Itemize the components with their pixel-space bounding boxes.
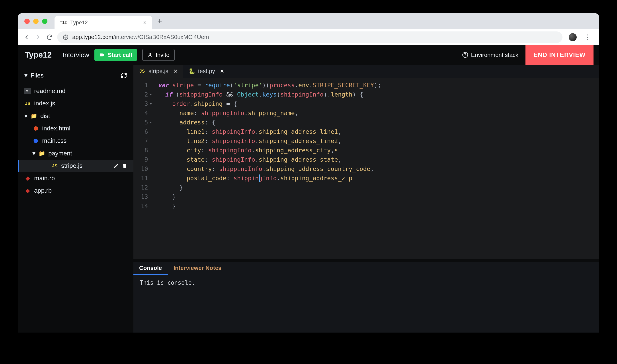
start-call-label: Start call xyxy=(108,52,132,58)
console-output: This is console. xyxy=(133,275,599,333)
file-tree-item[interactable]: JSstripe.js xyxy=(18,160,133,172)
help-icon xyxy=(462,52,468,58)
bottom-tab[interactable]: Interviewer Notes xyxy=(168,262,227,275)
bottom-tabs: ConsoleInterviewer Notes xyxy=(133,262,599,275)
minimize-window-button[interactable] xyxy=(33,19,39,24)
file-tree-item[interactable]: M↓readme.md xyxy=(18,85,133,97)
code-line: } xyxy=(158,201,599,211)
line-number: 10 xyxy=(133,164,148,174)
file-name: stripe.js xyxy=(61,162,82,169)
svg-point-2 xyxy=(149,53,151,55)
invite-button[interactable]: Invite xyxy=(142,49,175,61)
page-title: Interview xyxy=(63,51,89,59)
code-line: } xyxy=(158,192,599,201)
close-tab-icon[interactable]: × xyxy=(143,19,147,26)
tab-title: Type12 xyxy=(70,19,88,26)
environment-stack-button[interactable]: Environment stack xyxy=(462,52,518,58)
files-title: Files xyxy=(31,72,44,79)
editor-tab-label: stripe.js xyxy=(149,68,168,75)
file-tree: M↓readme.mdJSindex.js▾ 📁dist⬢index.html⬣… xyxy=(18,82,133,200)
file-name: main.rb xyxy=(34,175,55,182)
chevron-down-icon: ▾ xyxy=(24,112,27,119)
maximize-window-button[interactable] xyxy=(42,19,47,24)
address-bar: app.type12.com/interview/GtSaB0RxAS0uxMC… xyxy=(18,29,599,45)
refresh-icon[interactable] xyxy=(121,72,127,79)
app-root: Type12 Interview Start call Invite Envir… xyxy=(18,45,599,333)
line-number: 4 xyxy=(133,108,148,118)
line-number: 12 xyxy=(133,183,148,192)
editor-area: JSstripe.js✕🐍test.py✕ 123456789101112131… xyxy=(133,65,599,333)
panel-resize-handle[interactable]: ⋯⋯⋯ xyxy=(133,259,599,262)
back-button[interactable] xyxy=(23,33,31,41)
file-tree-item[interactable]: ▾ 📁payment xyxy=(18,147,133,160)
file-tree-item[interactable]: ⬢index.html xyxy=(18,122,133,135)
code-line: country: shippingInfo.shipping_address_c… xyxy=(158,164,599,174)
new-tab-button[interactable]: + xyxy=(157,17,162,26)
line-number: 9 xyxy=(133,155,148,164)
divider xyxy=(57,50,57,60)
url-host: app.type12.com xyxy=(72,34,113,40)
file-name: readme.md xyxy=(34,88,66,94)
code-line: city: shippingInfo.shipping_address_city… xyxy=(158,146,599,155)
files-header[interactable]: ▾ Files xyxy=(18,69,133,82)
chevron-down-icon: ▾ xyxy=(24,72,27,79)
code-line: state: shippingInfo.shipping_address_sta… xyxy=(158,155,599,164)
line-number: 3 xyxy=(133,99,148,108)
profile-avatar[interactable] xyxy=(569,33,577,41)
file-sidebar: ▾ Files M↓readme.mdJSindex.js▾ 📁dist⬢ind… xyxy=(18,65,133,333)
editor-tab[interactable]: 🐍test.py✕ xyxy=(183,65,230,78)
file-tree-item[interactable]: ◆app.rb xyxy=(18,184,133,197)
editor-tab[interactable]: JSstripe.js✕ xyxy=(133,65,183,78)
editor-tabs: JSstripe.js✕🐍test.py✕ xyxy=(133,65,599,78)
bottom-tab[interactable]: Console xyxy=(133,262,168,275)
url-input[interactable]: app.type12.com/interview/GtSaB0RxAS0uxMC… xyxy=(57,31,562,43)
code-line: if (shippingInfo && Object.keys(shipping… xyxy=(158,90,599,99)
text-cursor xyxy=(259,174,260,182)
line-number: 7 xyxy=(133,136,148,146)
line-number: 13 xyxy=(133,192,148,201)
close-window-button[interactable] xyxy=(24,19,30,24)
line-number: 14 xyxy=(133,201,148,211)
file-name: index.html xyxy=(42,125,70,132)
file-tree-item[interactable]: JSindex.js xyxy=(18,97,133,110)
close-icon[interactable]: ✕ xyxy=(173,68,178,74)
globe-icon xyxy=(63,34,69,40)
end-interview-button[interactable]: END INTERVIEW xyxy=(525,45,593,65)
line-number: 1 xyxy=(133,81,148,90)
browser-window: T12 Type12 × + app.type12.com/interview/… xyxy=(18,13,599,333)
file-name: main.css xyxy=(42,137,67,144)
delete-icon[interactable] xyxy=(122,163,127,169)
tab-favicon: T12 xyxy=(60,20,67,25)
chrome-tab-strip: T12 Type12 × + xyxy=(18,13,599,29)
chevron-down-icon: ▾ xyxy=(32,150,35,157)
file-tree-item[interactable]: ◆main.rb xyxy=(18,172,133,184)
code-line: order.shipping = { xyxy=(158,99,599,108)
line-gutter: 1234567891011121314 xyxy=(133,81,151,259)
editor-tab-label: test.py xyxy=(198,68,215,75)
code-line: postal_code: shippingInfo.shipping_addre… xyxy=(158,174,599,183)
file-name: app.rb xyxy=(34,187,52,194)
edit-icon[interactable] xyxy=(113,163,119,169)
forward-button[interactable] xyxy=(34,33,42,41)
file-tree-item[interactable]: ▾ 📁dist xyxy=(18,110,133,122)
code-line: name: shippingInfo.shipping_name, xyxy=(158,108,599,118)
code-editor[interactable]: 1234567891011121314 var stripe = require… xyxy=(133,78,599,259)
start-call-button[interactable]: Start call xyxy=(95,49,137,61)
invite-label: Invite xyxy=(156,52,169,58)
line-number: 2 xyxy=(133,90,148,99)
browser-menu-button[interactable]: ⋮ xyxy=(584,33,591,41)
line-number: 11 xyxy=(133,174,148,183)
line-number: 8 xyxy=(133,146,148,155)
reload-button[interactable] xyxy=(46,33,54,41)
code-line: var stripe = require('stripe')(process.e… xyxy=(158,81,599,90)
code-line: line2: shippingInfo.shipping_address_lin… xyxy=(158,136,599,146)
app-header: Type12 Interview Start call Invite Envir… xyxy=(18,45,599,65)
file-name: payment xyxy=(48,150,72,157)
code-content[interactable]: var stripe = require('stripe')(process.e… xyxy=(151,81,599,259)
close-icon[interactable]: ✕ xyxy=(220,68,224,74)
browser-tab[interactable]: T12 Type12 × xyxy=(55,16,152,29)
file-tree-item[interactable]: ⬣main.css xyxy=(18,135,133,147)
svg-rect-1 xyxy=(100,53,103,56)
bottom-panel: ConsoleInterviewer Notes This is console… xyxy=(133,262,599,333)
line-number: 5 xyxy=(133,118,148,127)
